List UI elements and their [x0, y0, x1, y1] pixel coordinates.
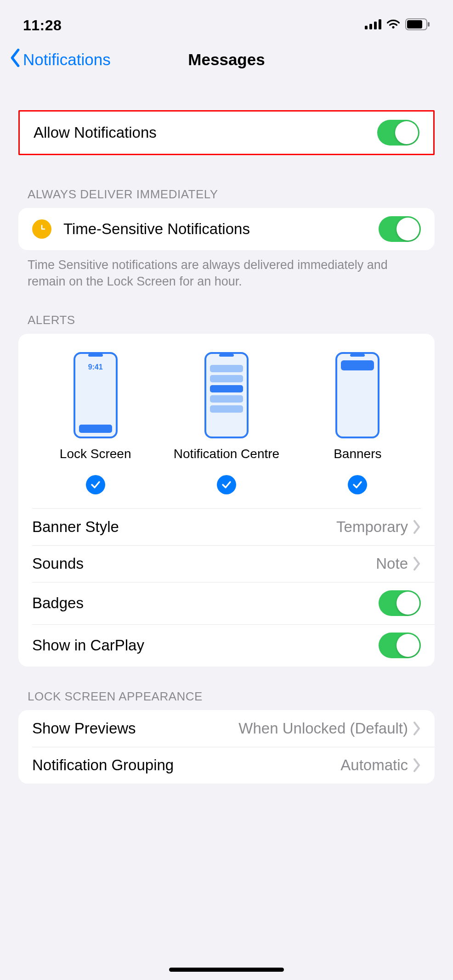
section-header-alerts: Alerts: [18, 313, 435, 334]
battery-icon: [405, 18, 430, 32]
section-allow: Allow Notifications: [0, 110, 453, 155]
carplay-row[interactable]: Show in CarPlay: [18, 624, 435, 666]
time-sensitive-row[interactable]: Time-Sensitive Notifications: [18, 208, 435, 250]
notification-centre-preview-icon: [204, 352, 249, 438]
status-bar: 11:28: [0, 0, 453, 41]
banner-style-value: Temporary: [336, 518, 408, 536]
notification-grouping-value: Automatic: [340, 756, 408, 774]
show-previews-row[interactable]: Show Previews When Unlocked (Default): [18, 710, 435, 747]
chevron-right-icon: [413, 758, 421, 772]
home-indicator[interactable]: [169, 968, 284, 972]
alert-option-label: Banners: [334, 447, 381, 461]
allow-notifications-switch[interactable]: [377, 120, 419, 146]
alerts-rows: Banner Style Temporary Sounds Note Badge…: [18, 509, 435, 666]
status-time: 11:28: [23, 17, 62, 34]
chevron-right-icon: [413, 722, 421, 735]
status-icons: [365, 18, 430, 32]
alert-option-notification-centre[interactable]: Notification Centre: [163, 352, 289, 494]
banners-preview-icon: [335, 352, 379, 438]
back-label: Notifications: [23, 50, 111, 69]
sounds-label: Sounds: [32, 555, 376, 572]
carplay-label: Show in CarPlay: [32, 637, 379, 654]
section-header-always: Always Deliver Immediately: [18, 187, 435, 208]
alert-option-banners[interactable]: Banners: [294, 352, 421, 494]
svg-rect-3: [379, 19, 381, 29]
section-alerts: Alerts 9:41 Lock Screen: [0, 313, 453, 666]
section-header-lockscreen: Lock Screen Appearance: [18, 689, 435, 710]
svg-rect-2: [374, 22, 377, 29]
chevron-right-icon: [413, 557, 421, 571]
badges-label: Badges: [32, 594, 379, 612]
badges-switch[interactable]: [379, 590, 421, 616]
notification-grouping-row[interactable]: Notification Grouping Automatic: [18, 747, 435, 784]
show-previews-value: When Unlocked (Default): [143, 720, 408, 737]
lock-screen-preview-icon: 9:41: [74, 352, 118, 438]
svg-rect-6: [428, 22, 430, 27]
sounds-row[interactable]: Sounds Note: [18, 545, 435, 582]
time-sensitive-label: Time-Sensitive Notifications: [63, 220, 379, 238]
alert-option-lock-screen[interactable]: 9:41 Lock Screen: [32, 352, 159, 494]
cellular-icon: [365, 19, 381, 31]
allow-notifications-label: Allow Notifications: [34, 124, 377, 141]
settings-screen: 11:28: [0, 0, 453, 980]
time-sensitive-footer: Time Sensitive notifications are always …: [18, 250, 435, 290]
svg-rect-1: [369, 24, 372, 29]
chevron-left-icon: [9, 49, 21, 71]
banner-style-row[interactable]: Banner Style Temporary: [18, 509, 435, 545]
time-sensitive-switch[interactable]: [379, 216, 421, 242]
banner-style-label: Banner Style: [32, 518, 336, 536]
show-previews-label: Show Previews: [32, 720, 136, 737]
alerts-card: 9:41 Lock Screen: [18, 334, 435, 666]
alert-option-label: Notification Centre: [174, 447, 279, 461]
preview-clock: 9:41: [79, 363, 112, 371]
clock-icon: [32, 219, 51, 239]
chevron-right-icon: [413, 520, 421, 534]
back-button[interactable]: Notifications: [9, 49, 111, 71]
highlight-box: Allow Notifications: [18, 110, 435, 155]
svg-rect-5: [407, 20, 422, 28]
checkmark-icon: [348, 475, 367, 494]
svg-rect-0: [365, 26, 368, 29]
allow-notifications-row[interactable]: Allow Notifications: [20, 112, 433, 154]
alert-style-options: 9:41 Lock Screen: [32, 352, 421, 509]
carplay-switch[interactable]: [379, 633, 421, 658]
badges-row[interactable]: Badges: [18, 582, 435, 624]
alert-option-label: Lock Screen: [60, 447, 131, 461]
notification-grouping-label: Notification Grouping: [32, 756, 340, 774]
section-lockscreen-appearance: Lock Screen Appearance Show Previews Whe…: [0, 689, 453, 784]
section-time-sensitive: Always Deliver Immediately Time-Sensitiv…: [0, 187, 453, 290]
sounds-value: Note: [376, 555, 408, 572]
checkmark-icon: [217, 475, 236, 494]
wifi-icon: [386, 19, 401, 32]
nav-bar: Notifications Messages: [0, 41, 453, 78]
checkmark-icon: [86, 475, 105, 494]
